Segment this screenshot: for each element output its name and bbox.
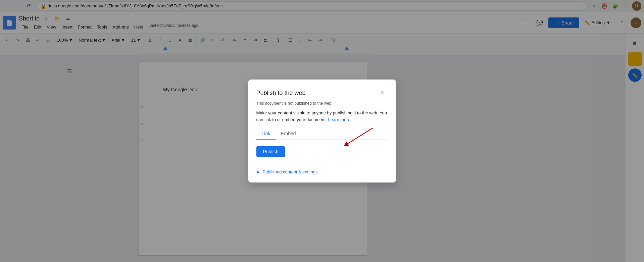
modal-header: Publish to the web × [256, 88, 388, 98]
published-settings-label: Published content & settings [262, 169, 317, 174]
modal-title: Publish to the web [256, 90, 306, 97]
tab-link[interactable]: Link [256, 128, 276, 140]
tab-embed[interactable]: Embed [276, 128, 301, 140]
modal-desc-text: Make your content visible to anyone by p… [256, 110, 387, 122]
chevron-right-icon: ► [256, 169, 261, 174]
modal-overlay: Publish to the web × This document is no… [0, 0, 644, 262]
publish-modal: Publish to the web × This document is no… [248, 80, 396, 182]
modal-desc: Make your content visible to anyone by p… [256, 110, 388, 123]
publish-button[interactable]: Publish [256, 146, 285, 157]
modal-bottom: ► Published content & settings [256, 164, 388, 174]
modal-status: This document is not published to the we… [256, 101, 388, 106]
modal-close-button[interactable]: × [377, 88, 388, 98]
published-settings[interactable]: ► Published content & settings [256, 169, 388, 174]
learn-more-link[interactable]: Learn more [328, 117, 350, 122]
modal-tabs: Link Embed [256, 128, 388, 140]
